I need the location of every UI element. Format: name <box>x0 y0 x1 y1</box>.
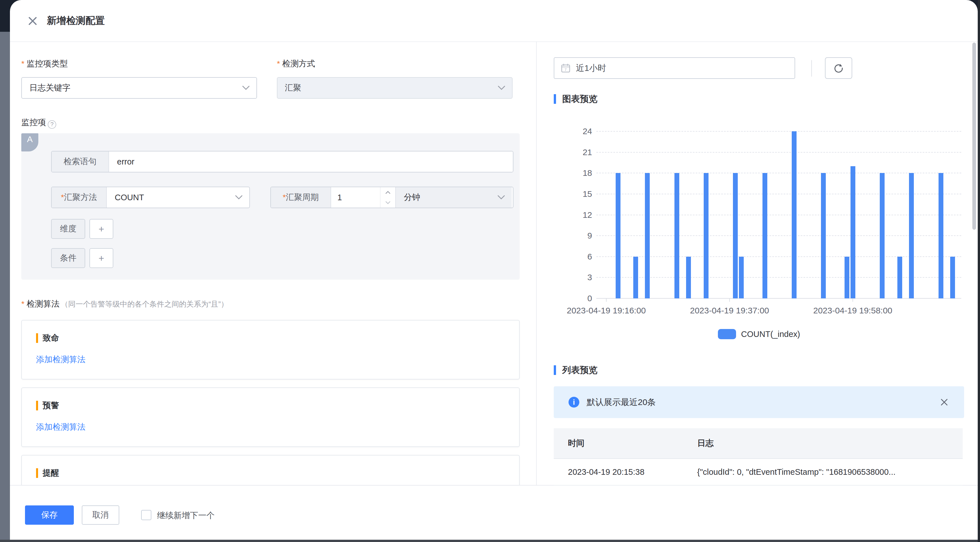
page-title: 新增检测配置 <box>47 14 105 27</box>
severity-bar <box>36 401 38 410</box>
grid-line <box>597 194 961 194</box>
query-input[interactable] <box>109 151 513 172</box>
drawer-header: 新增检测配置 <box>10 0 978 42</box>
chart-bar <box>950 257 955 298</box>
help-icon[interactable]: ? <box>48 120 56 129</box>
severity-card-warning: 预警 添加检测算法 <box>21 387 520 447</box>
detect-method-value: 汇聚 <box>277 82 498 94</box>
algorithm-label-row: 检测算法 （同一个告警等级中的各个条件之间的关系为“且”） <box>21 298 228 310</box>
x-axis-line <box>597 298 961 299</box>
refresh-button[interactable] <box>825 57 852 79</box>
severity-bar <box>36 333 38 343</box>
agg-method-select[interactable]: COUNT <box>107 187 249 208</box>
add-condition-button[interactable]: + <box>89 248 113 268</box>
severity-header: 预警 <box>36 400 59 411</box>
info-icon: i <box>568 397 579 407</box>
add-algorithm-link[interactable]: 添加检测算法 <box>36 422 86 433</box>
background-page-bottom <box>0 540 980 542</box>
spinner-down-icon[interactable] <box>380 197 395 208</box>
agg-period-input[interactable] <box>331 187 380 208</box>
chevron-down-icon <box>498 195 505 200</box>
detect-method-label: 检测方式 <box>277 58 315 70</box>
chart-bar <box>909 173 914 298</box>
dimension-label: 维度 <box>51 219 85 239</box>
time-range-value: 近1小时 <box>576 62 606 74</box>
time-range-picker[interactable]: 7 近1小时 <box>554 57 795 79</box>
monitor-type-value: 日志关键字 <box>22 82 242 94</box>
severity-name: 提醒 <box>43 468 59 479</box>
grid-line <box>597 215 961 215</box>
query-label: 检索语句 <box>52 151 109 172</box>
agg-period-label: 汇聚周期 <box>271 187 331 208</box>
table-cell-time: 2023-04-19 20:15:38 <box>554 468 697 477</box>
calendar-icon: 7 <box>560 63 571 73</box>
save-button[interactable]: 保存 <box>25 506 74 525</box>
add-detection-drawer: 新增检测配置 监控项类型 日志关键字 检测方式 汇聚 监控项? A 检索语句 <box>10 0 978 540</box>
severity-header: 提醒 <box>36 468 59 479</box>
continue-label: 继续新增下一个 <box>157 510 215 521</box>
table-header: 时间 日志 <box>554 428 963 459</box>
monitor-type-select[interactable]: 日志关键字 <box>21 77 257 99</box>
chart-bar <box>897 257 902 298</box>
x-tick-label: 2023-04-19 19:37:00 <box>667 306 792 315</box>
grid-line <box>597 257 961 257</box>
chart-bar <box>686 257 691 298</box>
y-tick-label: 12 <box>554 210 592 220</box>
spinner-up-icon[interactable] <box>380 187 395 197</box>
algorithm-note: （同一个告警等级中的各个条件之间的关系为“且”） <box>61 300 228 308</box>
chart-bar <box>733 173 738 298</box>
preview-chart: 036912151821242023-04-19 19:16:002023-04… <box>554 122 964 318</box>
close-icon[interactable] <box>26 15 39 27</box>
table-cell-log: {"cloudId": 0, "dtEventTimeStamp": "1681… <box>697 468 963 477</box>
grid-line <box>597 277 961 278</box>
y-tick-label: 0 <box>554 293 592 303</box>
agg-period-unit: 分钟 <box>396 192 498 203</box>
x-tick-label: 2023-04-19 19:58:00 <box>790 306 915 315</box>
x-tick-mark <box>853 298 853 302</box>
y-tick-label: 3 <box>554 273 592 282</box>
alert-close-icon[interactable] <box>938 396 950 409</box>
y-tick-label: 18 <box>554 168 592 178</box>
severity-name: 致命 <box>43 333 59 344</box>
chart-bar <box>739 257 744 298</box>
monitor-type-label: 监控项类型 <box>21 58 68 70</box>
y-tick-label: 6 <box>554 252 592 261</box>
add-dimension-button[interactable]: + <box>89 219 113 239</box>
severity-name: 预警 <box>43 400 59 411</box>
severity-card-reminder: 提醒 <box>21 455 520 485</box>
chevron-down-icon <box>235 195 242 200</box>
chart-section-header: 图表预览 <box>554 93 598 105</box>
table-row: 2023-04-19 20:15:38 {"cloudId": 0, "dtEv… <box>554 459 963 486</box>
chart-legend[interactable]: COUNT(_index) <box>554 326 964 342</box>
list-section-header: 列表预览 <box>554 364 598 376</box>
grid-line <box>597 173 961 173</box>
chart-bar <box>845 257 850 298</box>
agg-method-value: COUNT <box>107 193 235 202</box>
list-section-title: 列表预览 <box>562 364 598 376</box>
continue-checkbox[interactable] <box>141 510 151 520</box>
agg-period-group: 汇聚周期 分钟 <box>270 187 514 208</box>
grid-line <box>597 131 961 132</box>
screen: 新增检测配置 监控项类型 日志关键字 检测方式 汇聚 监控项? A 检索语句 <box>0 0 980 542</box>
alert-text: 默认展示最近20条 <box>587 396 938 408</box>
legend-label: COUNT(_index) <box>741 330 800 339</box>
agg-method-label: 汇聚方法 <box>52 187 107 208</box>
agg-period-unit-select[interactable]: 分钟 <box>395 187 512 208</box>
panel-divider <box>536 41 537 485</box>
table-header-log: 日志 <box>697 437 963 449</box>
x-tick-label: 2023-04-19 19:16:00 <box>544 306 669 315</box>
group-tag: A <box>21 133 38 151</box>
legend-swatch <box>718 329 736 339</box>
detect-method-select[interactable]: 汇聚 <box>277 77 512 99</box>
condition-label: 条件 <box>51 248 85 268</box>
severity-header: 致命 <box>36 333 59 344</box>
add-algorithm-link[interactable]: 添加检测算法 <box>36 354 86 365</box>
cancel-button[interactable]: 取消 <box>82 506 119 525</box>
table-header-time: 时间 <box>554 437 697 449</box>
grid-line <box>597 235 961 236</box>
scrollbar-thumb[interactable] <box>972 43 976 230</box>
chart-bar <box>633 257 638 298</box>
chart-bar <box>939 173 943 298</box>
x-tick-mark <box>606 298 606 302</box>
chart-bar <box>880 173 885 298</box>
